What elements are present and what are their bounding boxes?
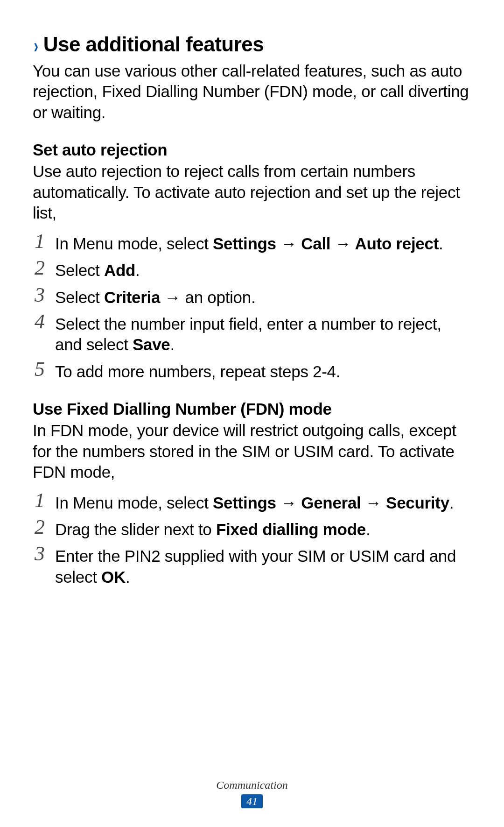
step-number: 5 bbox=[33, 359, 47, 380]
text-fragment: Select the number input field, enter a n… bbox=[55, 315, 441, 353]
text-fragment: Select bbox=[55, 261, 104, 279]
arrow-text: → bbox=[361, 494, 386, 512]
text-fragment: . bbox=[135, 261, 140, 279]
step: 2 Select Add. bbox=[33, 259, 471, 281]
step-text: Select Add. bbox=[55, 259, 471, 281]
step: 3 Select Criteria → an option. bbox=[33, 286, 471, 308]
subheading-fdn-mode: Use Fixed Dialling Number (FDN) mode bbox=[33, 400, 471, 418]
footer-section-label: Communication bbox=[0, 779, 504, 792]
chevron-right-icon: › bbox=[34, 35, 39, 56]
bold-text: Security bbox=[386, 494, 449, 512]
page-number-badge: 41 bbox=[241, 794, 263, 808]
step: 1 In Menu mode, select Settings → Call →… bbox=[33, 232, 471, 254]
step-number: 1 bbox=[33, 490, 47, 511]
step-text: Enter the PIN2 supplied with your SIM or… bbox=[55, 544, 471, 587]
fdn-steps: 1 In Menu mode, select Settings → Genera… bbox=[33, 491, 471, 588]
text-fragment: Select bbox=[55, 288, 104, 306]
bold-text: Fixed dialling mode bbox=[216, 520, 366, 538]
step: 3 Enter the PIN2 supplied with your SIM … bbox=[33, 544, 471, 587]
arrow-text: → bbox=[276, 234, 301, 253]
step-text: In Menu mode, select Settings → General … bbox=[55, 491, 471, 513]
step: 2 Drag the slider next to Fixed dialling… bbox=[33, 518, 471, 540]
text-fragment: → an option. bbox=[160, 288, 255, 306]
step-number: 3 bbox=[33, 544, 47, 564]
arrow-text: → bbox=[276, 494, 301, 512]
auto-rejection-desc: Use auto rejection to reject calls from … bbox=[33, 161, 471, 223]
step-text: To add more numbers, repeat steps 2-4. bbox=[55, 360, 471, 382]
manual-page: › Use additional features You can use va… bbox=[0, 0, 504, 827]
bold-text: Auto reject bbox=[355, 234, 439, 253]
step: 1 In Menu mode, select Settings → Genera… bbox=[33, 491, 471, 513]
step-number: 1 bbox=[33, 231, 47, 252]
text-fragment: . bbox=[126, 568, 130, 586]
text-fragment: In Menu mode, select bbox=[55, 494, 213, 512]
step-text: In Menu mode, select Settings → Call → A… bbox=[55, 232, 471, 254]
step-number: 2 bbox=[33, 258, 47, 278]
text-fragment: . bbox=[439, 234, 443, 253]
section-title: Use additional features bbox=[43, 33, 264, 56]
text-fragment: Drag the slider next to bbox=[55, 520, 216, 538]
text-fragment: . bbox=[449, 494, 454, 512]
bold-text: OK bbox=[101, 568, 126, 586]
bold-text: Call bbox=[301, 234, 330, 253]
bold-text: Criteria bbox=[104, 288, 160, 306]
text-fragment: In Menu mode, select bbox=[55, 234, 213, 253]
bold-text: Add bbox=[104, 261, 135, 279]
subheading-auto-rejection: Set auto rejection bbox=[33, 141, 471, 159]
step: 4 Select the number input field, enter a… bbox=[33, 312, 471, 355]
text-fragment: . bbox=[366, 520, 370, 538]
arrow-text: → bbox=[330, 234, 355, 253]
page-footer: Communication 41 bbox=[0, 779, 504, 808]
section-intro: You can use various other call-related f… bbox=[33, 61, 471, 123]
step-number: 2 bbox=[33, 517, 47, 537]
bold-text: General bbox=[301, 494, 361, 512]
step-text: Select the number input field, enter a n… bbox=[55, 312, 471, 355]
bold-text: Save bbox=[133, 335, 170, 353]
step-number: 3 bbox=[33, 285, 47, 305]
section-heading: › Use additional features bbox=[33, 33, 471, 56]
bold-text: Settings bbox=[213, 494, 276, 512]
bold-text: Settings bbox=[213, 234, 276, 253]
fdn-desc: In FDN mode, your device will restrict o… bbox=[33, 420, 471, 482]
step: 5 To add more numbers, repeat steps 2-4. bbox=[33, 360, 471, 382]
auto-rejection-steps: 1 In Menu mode, select Settings → Call →… bbox=[33, 232, 471, 382]
step-number: 4 bbox=[33, 311, 47, 332]
step-text: Select Criteria → an option. bbox=[55, 286, 471, 308]
step-text: Drag the slider next to Fixed dialling m… bbox=[55, 518, 471, 540]
text-fragment: . bbox=[170, 335, 175, 353]
